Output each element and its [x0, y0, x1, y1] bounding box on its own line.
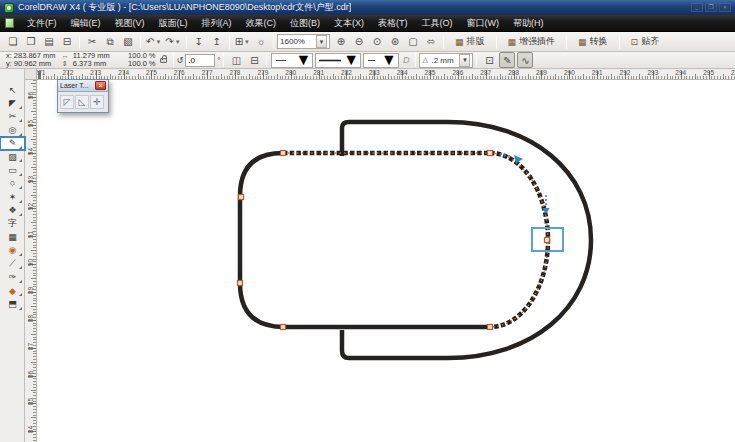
scale-v-value[interactable]: 100.0	[121, 60, 147, 68]
chevron-down-icon[interactable]: ▼	[343, 51, 359, 69]
curve-node-2[interactable]	[238, 281, 243, 286]
auto-close-curve-button[interactable]: D	[400, 55, 413, 65]
menu-item-5[interactable]: 效果(C)	[239, 15, 284, 32]
drawing-canvas[interactable]	[37, 80, 735, 442]
line-style-combo[interactable]: ▼	[315, 53, 361, 68]
menu-item-10[interactable]: 窗口(W)	[460, 15, 507, 32]
redo-button[interactable]: ↷▼	[164, 34, 181, 50]
eyedropper-tool[interactable]: ⟋	[0, 257, 25, 270]
curve-node-0[interactable]	[281, 151, 286, 156]
text-tool[interactable]: 字	[0, 217, 25, 230]
welcome-screen-button[interactable]: ☼	[253, 34, 269, 50]
menu-item-7[interactable]: 文本(X)	[327, 15, 371, 32]
fill-tool[interactable]: ◆	[0, 284, 25, 297]
convert-button[interactable]: ▦转换	[572, 33, 614, 50]
curve-node-1[interactable]	[239, 195, 244, 200]
shape-tool[interactable]: ◤	[0, 96, 25, 109]
export-button[interactable]: ↥	[209, 34, 225, 50]
laser-toolbar-titlebar[interactable]: Laser T... ×	[58, 80, 108, 92]
menu-item-8[interactable]: 表格(T)	[371, 15, 415, 32]
crop-tool[interactable]: ✂	[0, 110, 25, 123]
cut-button[interactable]: ✂	[84, 34, 100, 50]
start-arrowhead-combo[interactable]: ▼	[271, 53, 313, 68]
menu-item-11[interactable]: 帮助(H)	[506, 15, 551, 32]
outline-width-combo[interactable]: △ .2 mm ▼	[419, 53, 473, 68]
smart-fill-tool[interactable]: ▨	[0, 150, 25, 163]
object-height-value[interactable]: 6.373 mm	[73, 60, 117, 68]
blend-tool[interactable]: ◉	[0, 244, 25, 257]
curve-node-6[interactable]	[545, 238, 550, 243]
paste-button[interactable]: ▧	[120, 34, 136, 50]
import-button[interactable]: ↧	[191, 34, 207, 50]
close-button[interactable]: ×	[719, 3, 731, 12]
chevron-down-icon[interactable]: ▼	[244, 39, 250, 45]
copy-button[interactable]: ⧉	[102, 34, 118, 50]
basic-shapes-tool[interactable]: ❖	[0, 204, 25, 217]
lock-ratio-button[interactable]	[158, 54, 170, 67]
menu-item-9[interactable]: 工具(O)	[415, 15, 460, 32]
enhanced-plugins-button[interactable]: ▦增强插件	[502, 33, 562, 50]
chevron-down-icon[interactable]: ▼	[381, 51, 397, 69]
laser-toolbar-window[interactable]: Laser T... × ◸◺✛	[57, 79, 109, 113]
outline-pen-tool[interactable]: ✑	[0, 270, 25, 283]
chevron-down-icon[interactable]: ▼	[175, 39, 181, 45]
curve-node-5[interactable]	[488, 151, 493, 156]
ellipse-tool[interactable]: ○	[0, 177, 25, 190]
menu-item-1[interactable]: 编辑(E)	[64, 15, 108, 32]
typeset-button[interactable]: ▦排版	[449, 33, 491, 50]
snap-button[interactable]: ⊡贴齐	[625, 33, 666, 50]
menu-item-2[interactable]: 视图(V)	[108, 15, 152, 32]
zoom-out-button[interactable]: ⊖	[351, 34, 367, 50]
zoom-page-width-button[interactable]: ⬄	[423, 34, 439, 50]
menu-item-3[interactable]: 版面(L)	[152, 15, 195, 32]
zoom-selected-button[interactable]: ⊙	[369, 34, 385, 50]
freehand-smoothing-toggle[interactable]: ✎	[499, 52, 515, 68]
undo-button[interactable]: ↶▼	[145, 34, 162, 50]
maximize-button[interactable]: ❐	[705, 3, 717, 12]
curve-node-3[interactable]	[281, 325, 286, 330]
save-button[interactable]: ▤	[41, 34, 57, 50]
freehand-tool[interactable]: ✎	[0, 137, 25, 150]
end-arrowhead-combo[interactable]: ▼	[363, 53, 399, 68]
menu-item-6[interactable]: 位图(B)	[283, 15, 327, 32]
zoom-page-button[interactable]: ▢	[405, 34, 421, 50]
interactive-fill-tool[interactable]: ⬒	[0, 297, 25, 310]
open-button[interactable]: ❐	[23, 34, 39, 50]
new-button[interactable]: ❏	[5, 34, 21, 50]
wrap-text-button[interactable]: ⊡	[481, 52, 497, 68]
application-launcher-button[interactable]: ⊞▼	[234, 34, 251, 50]
chevron-down-icon[interactable]: ▼	[459, 54, 470, 67]
laser-curve-tool[interactable]: ◸	[60, 95, 74, 109]
curve-node-4[interactable]	[488, 325, 493, 330]
pick-tool[interactable]: ↖	[0, 83, 25, 96]
minimize-button[interactable]: _	[691, 3, 703, 12]
rectangle-tool[interactable]: ▭	[0, 163, 25, 176]
horizontal-ruler[interactable]: 2712722732742752762772782792802812822832…	[37, 69, 735, 80]
polygon-tool[interactable]: ✶	[0, 190, 25, 203]
mirror-vertical-button[interactable]: ⊟	[246, 52, 262, 68]
chevron-down-icon[interactable]: ▼	[295, 51, 311, 69]
ruler-origin-corner[interactable]	[25, 69, 37, 80]
laser-node-tool[interactable]: ◺	[75, 95, 89, 109]
zoom-level-combo[interactable]: 1600% ▼	[277, 34, 330, 49]
rotation-input[interactable]	[185, 54, 215, 67]
zoom-in-button[interactable]: ⊕	[333, 34, 349, 50]
zoom-tool[interactable]: ◎	[0, 123, 25, 136]
chevron-down-icon[interactable]: ▼	[155, 39, 161, 45]
y-position-value[interactable]: 90.962 mm	[14, 60, 58, 68]
chevron-down-icon[interactable]: ▼	[316, 35, 327, 48]
menu-item-4[interactable]: 排列(A)	[195, 15, 239, 32]
inner-shape-arc-selected[interactable]	[490, 153, 548, 327]
menu-item-0[interactable]: 文件(F)	[20, 15, 64, 32]
laser-toolbar-close-button[interactable]: ×	[95, 81, 106, 90]
inner-shape-left-bottom[interactable]	[240, 153, 490, 327]
laser-move-tool[interactable]: ✛	[90, 95, 104, 109]
outer-shape[interactable]	[342, 122, 591, 358]
table-tool[interactable]: ▦	[0, 230, 25, 243]
vertical-ruler[interactable]: 96959493929190898887868584	[25, 80, 37, 442]
mirror-horizontal-button[interactable]: ◫	[228, 52, 244, 68]
print-button[interactable]: ⊟	[59, 34, 75, 50]
bezier-preview-toggle[interactable]: ∿	[517, 52, 533, 68]
zoom-all-objects-button[interactable]: ⊛	[387, 34, 403, 50]
hruler-label-293: 293	[647, 69, 658, 76]
